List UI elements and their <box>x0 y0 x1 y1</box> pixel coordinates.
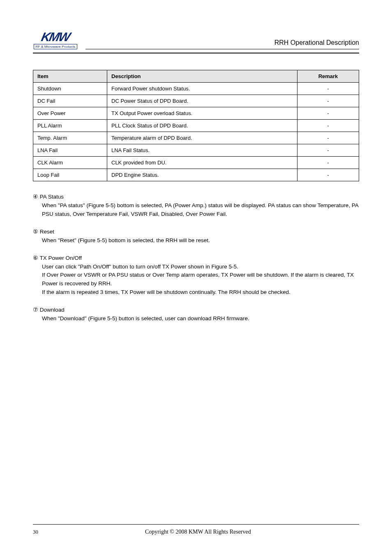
table-row: CLK Alarm CLK provided from DU. - <box>33 157 359 169</box>
section-num: ⑦ <box>33 307 38 313</box>
section-7: ⑦ Download When "Download" (Figure 5-5) … <box>33 306 359 323</box>
logo: KMW RF & Microwave Products <box>33 21 78 49</box>
cell-desc: Temperature alarm of DPD Board. <box>107 132 297 144</box>
col-description: Description <box>107 70 297 83</box>
section-title: Reset <box>40 229 54 235</box>
section-title: TX Power On/Off <box>40 255 82 261</box>
table-row: Loop Fail DPD Engine Status. - <box>33 169 359 181</box>
cell-desc: PLL Clock Status of DPD Board. <box>107 120 297 132</box>
cell-remark: - <box>297 169 359 181</box>
page-number: 30 <box>33 529 38 535</box>
section-num: ⑥ <box>33 255 38 261</box>
section-4: ④ PA Status When "PA status" (Figure 5-5… <box>33 193 359 219</box>
cell-item: Shutdown <box>33 83 107 95</box>
cell-remark: - <box>297 132 359 144</box>
spec-table: Item Description Remark Shutdown Forward… <box>33 70 359 181</box>
section-body-3: If the alarm is repeated 3 times, TX Pow… <box>42 288 359 297</box>
cell-remark: - <box>297 157 359 169</box>
section-title: Download <box>40 307 65 313</box>
table-row: DC Fail DC Power Status of DPD Board. - <box>33 95 359 107</box>
doc-title: RRH Operational Description <box>85 39 359 49</box>
section-body: When "PA status" (Figure 5-5) bottom is … <box>42 201 359 219</box>
header: KMW RF & Microwave Products RRH Operatio… <box>33 21 359 49</box>
section-body-2: If Over Power or VSWR or PA PSU status o… <box>42 271 359 288</box>
logo-subtitle: RF & Microwave Products <box>34 44 77 49</box>
section-heading: ④ PA Status <box>33 193 359 201</box>
cell-item: Loop Fail <box>33 169 107 181</box>
section-body: When "Download" (Figure 5-5) button is s… <box>42 314 359 323</box>
table-row: Shutdown Forward Power shutdown Status. … <box>33 83 359 95</box>
body: ④ PA Status When "PA status" (Figure 5-5… <box>33 193 359 323</box>
cell-item: CLK Alarm <box>33 157 107 169</box>
cell-desc: DC Power Status of DPD Board. <box>107 95 297 107</box>
cell-remark: - <box>297 120 359 132</box>
footer: 30 Copyright © 2008 KMW All Rights Reser… <box>33 524 359 535</box>
table-row: PLL Alarm PLL Clock Status of DPD Board.… <box>33 120 359 132</box>
logo-wordmark: KMW <box>42 31 70 43</box>
cell-item: Temp. Alarm <box>33 132 107 144</box>
header-rule <box>33 53 359 53</box>
table-header-row: Item Description Remark <box>33 70 359 83</box>
footer-spacer <box>358 529 359 535</box>
cell-item: PLL Alarm <box>33 120 107 132</box>
cell-item: LNA Fail <box>33 144 107 157</box>
cell-desc: CLK provided from DU. <box>107 157 297 169</box>
cell-remark: - <box>297 83 359 95</box>
cell-desc: DPD Engine Status. <box>107 169 297 181</box>
section-heading: ⑤ Reset <box>33 228 359 236</box>
copyright: Copyright © 2008 KMW All Rights Reserved <box>145 529 251 535</box>
section-body-1: User can click "Path On/Off" button to t… <box>42 263 359 271</box>
cell-item: Over Power <box>33 107 107 120</box>
cell-remark: - <box>297 144 359 157</box>
table-row: LNA Fail LNA Fail Status. - <box>33 144 359 157</box>
spec-table-wrap: Item Description Remark Shutdown Forward… <box>33 70 359 181</box>
cell-desc: LNA Fail Status. <box>107 144 297 157</box>
section-title: PA Status <box>40 194 64 200</box>
section-heading: ⑥ TX Power On/Off <box>33 254 359 263</box>
section-body: When "Reset" (Figure 5-5) bottom is sele… <box>42 236 359 245</box>
cell-remark: - <box>297 107 359 120</box>
col-remark: Remark <box>297 70 359 83</box>
cell-item: DC Fail <box>33 95 107 107</box>
cell-desc: TX Output Power overload Status. <box>107 107 297 120</box>
col-item: Item <box>33 70 107 83</box>
cell-remark: - <box>297 95 359 107</box>
section-num: ④ <box>33 194 38 200</box>
cell-desc: Forward Power shutdown Status. <box>107 83 297 95</box>
table-row: Temp. Alarm Temperature alarm of DPD Boa… <box>33 132 359 144</box>
footer-rule <box>33 524 359 525</box>
section-heading: ⑦ Download <box>33 306 359 314</box>
section-6: ⑥ TX Power On/Off User can click "Path O… <box>33 254 359 297</box>
section-5: ⑤ Reset When "Reset" (Figure 5-5) bottom… <box>33 228 359 245</box>
section-num: ⑤ <box>33 229 38 235</box>
table-row: Over Power TX Output Power overload Stat… <box>33 107 359 120</box>
